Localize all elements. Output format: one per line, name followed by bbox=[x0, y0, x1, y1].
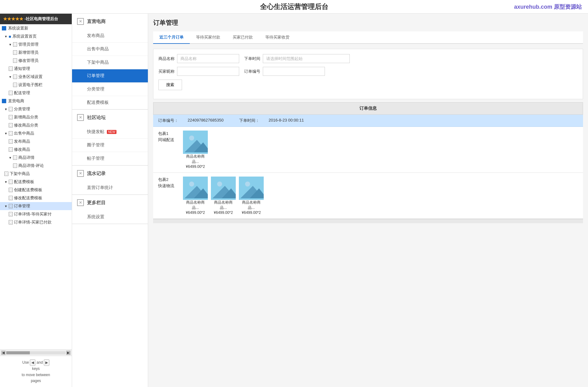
tree-item-business-area[interactable]: ▼ □ 业务区域设置 bbox=[0, 73, 72, 81]
tree-label: 修改商品 bbox=[14, 147, 30, 152]
order-time-value: 2016-8-23 00:00:11 bbox=[269, 118, 304, 123]
product-3-name: 商品名称商品... bbox=[211, 200, 236, 210]
tree-item-order-detail-paid[interactable]: □ 订单详情-买家已付款 bbox=[0, 218, 72, 226]
buyer-nickname-input[interactable] bbox=[177, 67, 239, 76]
svg-point-13 bbox=[245, 182, 250, 187]
tab-waiting-payment[interactable]: 等待买家付款 bbox=[190, 31, 226, 44]
tree-item-notification[interactable]: □ 通知管理 bbox=[0, 65, 72, 73]
sidebar-footer: Use ◀ and ▶ keys to move between pages bbox=[0, 356, 72, 387]
page-icon: □ bbox=[9, 147, 13, 152]
tree-label: 分类管理 bbox=[14, 106, 30, 112]
form-row-2: 买家昵称 订单编号 bbox=[158, 67, 578, 76]
tree-section-direct[interactable]: 直营电商 bbox=[0, 97, 72, 105]
form-row-3: 搜索 bbox=[158, 80, 578, 90]
tree-item-category-mgmt[interactable]: ▼ □ 分类管理 bbox=[0, 105, 72, 113]
tree-item-on-sale[interactable]: ▼ □ 出售中商品 bbox=[0, 129, 72, 137]
page-icon: □ bbox=[13, 50, 17, 55]
scroll-left-arrow[interactable]: ◀ bbox=[1, 351, 6, 355]
nav-item-system-settings[interactable]: 系统设置 bbox=[72, 210, 148, 224]
nav-item-order-mgmt[interactable]: 订单管理 bbox=[72, 69, 148, 83]
order-number-label: 订单编号 bbox=[244, 69, 260, 74]
tree-item-geofence[interactable]: □ 设置电子围栏 bbox=[0, 81, 72, 89]
nav-item-quick-post[interactable]: 快捷发帖 NEW bbox=[72, 125, 148, 139]
page-icon: □ bbox=[13, 58, 17, 63]
package-1-delivery: 同城配送 bbox=[158, 137, 180, 143]
page-icon: □ bbox=[9, 67, 13, 71]
product-image-4 bbox=[239, 177, 264, 200]
tree-item-order-mgmt[interactable]: ▼ □ 订单管理 bbox=[0, 202, 72, 210]
tree-label: 业务区域设置 bbox=[18, 74, 43, 80]
tree-item-add-admin[interactable]: □ 新增管理员 bbox=[0, 48, 72, 57]
expand-icon: ▼ bbox=[9, 75, 12, 79]
search-button[interactable]: 搜索 bbox=[158, 80, 182, 90]
tree-item-create-shipping[interactable]: □ 创建配送费模板 bbox=[0, 186, 72, 194]
right-key: ▶ bbox=[44, 359, 49, 366]
page-icon: □ bbox=[9, 115, 13, 119]
tree-item-edit-admin[interactable]: □ 修改管理员 bbox=[0, 57, 72, 65]
form-group-order-number: 订单编号 bbox=[244, 67, 325, 76]
tab-buyer-paid[interactable]: 买家已付款 bbox=[226, 31, 259, 44]
tree-item-edit-shipping[interactable]: □ 修改配送费模板 bbox=[0, 194, 72, 202]
tree-item-delivery-mgmt[interactable]: □ 配送管理 bbox=[0, 89, 72, 97]
tree-item-off-shelf[interactable]: □ 下架中商品 bbox=[0, 170, 72, 178]
tab-recent-orders[interactable]: 近三个月订单 bbox=[153, 31, 190, 44]
tree-section-system[interactable]: 系统设置新 bbox=[0, 24, 72, 32]
nav-item-post-mgmt[interactable]: 帖子管理 bbox=[72, 152, 148, 165]
section-label-more: 更多栏目 bbox=[87, 200, 106, 206]
brand-text: axurehub.com 原型资源站 bbox=[514, 3, 582, 11]
page-icon: □ bbox=[9, 196, 13, 200]
tree-label: 商品详情 bbox=[18, 155, 34, 160]
new-badge: NEW bbox=[107, 130, 116, 134]
package-1-name: 包裹1 bbox=[158, 131, 180, 137]
page-title: 订单管理 bbox=[153, 19, 583, 27]
tree-item-add-category[interactable]: □ 新增商品分类 bbox=[0, 113, 72, 121]
tree-item-edit-category[interactable]: □ 修改商品分类 bbox=[0, 121, 72, 129]
product-name-input[interactable] bbox=[177, 54, 239, 63]
left-sidebar: ★★★★★ -社区电商管理后台 系统设置新 ▼ ■ 系统设置首页 ▼ □ 管理员… bbox=[0, 14, 72, 387]
package-1-products: 商品名称商品... ¥6499.00*2 bbox=[183, 131, 208, 169]
nav-item-order-stats[interactable]: 直营订单统计 bbox=[72, 181, 148, 195]
product-image-2 bbox=[183, 177, 208, 200]
tree-item-product-review[interactable]: □ 商品详情-评论 bbox=[0, 162, 72, 170]
h-scroll-bar[interactable]: ◀ ▶ bbox=[0, 349, 72, 356]
product-image-1 bbox=[183, 131, 208, 154]
tree-label: 配送管理 bbox=[14, 90, 30, 96]
tree-item-edit-product[interactable]: □ 修改商品 bbox=[0, 145, 72, 154]
scroll-right-arrow[interactable]: ▶ bbox=[66, 351, 71, 355]
footer-move: to move between bbox=[22, 373, 50, 377]
tab-waiting-receipt[interactable]: 等待买家收货 bbox=[259, 31, 296, 44]
main-layout: ★★★★★ -社区电商管理后台 系统设置新 ▼ ■ 系统设置首页 ▼ □ 管理员… bbox=[0, 14, 588, 387]
page-icon: □ bbox=[9, 204, 13, 208]
tree-label: 创建配送费模板 bbox=[14, 187, 42, 193]
nav-item-category-mgmt[interactable]: 分类管理 bbox=[72, 83, 148, 96]
order-number-input[interactable] bbox=[263, 67, 325, 76]
nav-item-circle-mgmt[interactable]: 圈子管理 bbox=[72, 139, 148, 152]
package-1: 包裹1 同城配送 商品名称商品... ¥6499.00*2 bbox=[153, 127, 583, 173]
tree-item-settings-home[interactable]: ▼ ■ 系统设置首页 bbox=[0, 32, 72, 40]
nav-section-header-flow: ✕ 流水记录 bbox=[72, 166, 148, 181]
tree-item-product-detail[interactable]: ▼ □ 商品详情 bbox=[0, 154, 72, 162]
tree-item-shipping-template[interactable]: ▼ □ 配送费模板 bbox=[0, 178, 72, 186]
order-info-section: 订单信息 订单编号： 2240978627685350 下单时间： 2016-8… bbox=[153, 102, 583, 223]
package-2-products: 商品名称商品... ¥6499.00*2 商品名称商品... ¥6499.00*… bbox=[183, 177, 264, 215]
tree-label: 修改管理员 bbox=[18, 58, 39, 63]
nav-item-publish-product[interactable]: 发布商品 bbox=[72, 29, 148, 43]
nav-item-off-shelf[interactable]: 下架中商品 bbox=[72, 56, 148, 69]
page-icon: □ bbox=[9, 131, 13, 136]
page-icon: □ bbox=[13, 75, 17, 79]
tree-label: 修改配送费模板 bbox=[14, 195, 42, 201]
page-icon: □ bbox=[9, 123, 13, 127]
tree-item-order-detail-wait[interactable]: □ 订单详情-等待买家付 bbox=[0, 210, 72, 218]
page-icon: □ bbox=[9, 91, 13, 95]
nav-item-shipping-template[interactable]: 配送费模板 bbox=[72, 96, 148, 109]
expand-icon: ▼ bbox=[9, 43, 12, 46]
tree-item-publish[interactable]: □ 发布商品 bbox=[0, 137, 72, 145]
tree-item-admin-mgmt[interactable]: ▼ □ 管理员管理 bbox=[0, 40, 72, 48]
order-time-input[interactable] bbox=[263, 54, 350, 63]
tree-label: 下架中商品 bbox=[10, 171, 30, 177]
tree-label: 系统设置首页 bbox=[12, 34, 37, 39]
left-key: ◀ bbox=[30, 359, 35, 366]
nav-item-on-sale[interactable]: 出售中商品 bbox=[72, 43, 148, 56]
tree-label: 设置电子围栏 bbox=[18, 82, 43, 88]
scroll-track[interactable] bbox=[6, 351, 66, 354]
